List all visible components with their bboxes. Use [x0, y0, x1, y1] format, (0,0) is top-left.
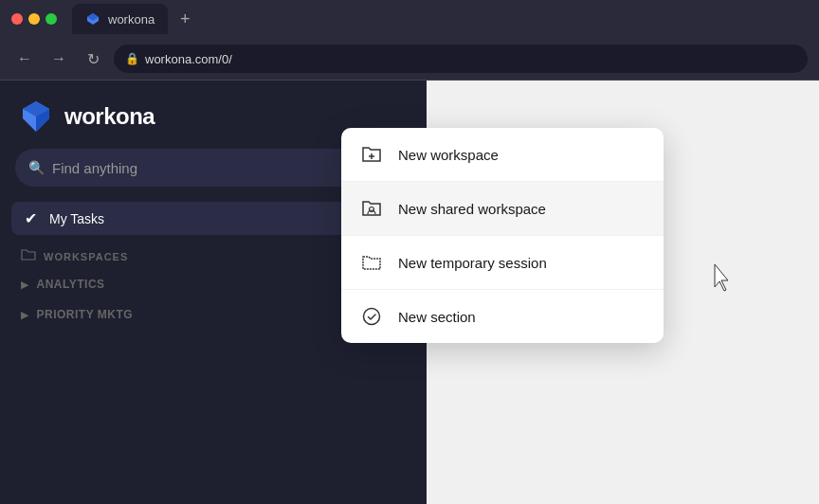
cursor [711, 262, 734, 297]
back-button[interactable]: ← [11, 45, 38, 72]
forward-button[interactable]: → [46, 45, 72, 72]
priority-mktg-label: PRIORITY MKTG [37, 308, 134, 321]
maximize-button[interactable] [46, 13, 57, 25]
close-button[interactable] [11, 13, 23, 25]
nav-item-label: My Tasks [49, 211, 104, 226]
menu-item-new-temporary-session[interactable]: New temporary session [341, 236, 664, 290]
traffic-lights [11, 13, 57, 25]
analytics-label: ANALYTICS [37, 278, 105, 291]
workona-logo-icon [19, 99, 53, 134]
circle-check-icon [360, 305, 383, 328]
folder-shared-icon [360, 197, 383, 220]
search-icon: 🔍 [28, 160, 45, 175]
svg-point-8 [364, 309, 380, 325]
app-title: workona [64, 103, 155, 130]
menu-item-new-workspace[interactable]: New workspace [341, 128, 664, 182]
new-shared-workspace-label: New shared workspace [398, 201, 546, 217]
check-circle-icon: ✔ [21, 209, 40, 227]
tab-bar: workona + [72, 4, 198, 34]
title-bar: workona + [0, 0, 819, 38]
address-bar[interactable]: 🔒 workona.com/0/ [114, 45, 808, 73]
chevron-right-icon: ▶ [21, 279, 29, 290]
folder-icon [21, 248, 36, 264]
new-temporary-session-label: New temporary session [398, 255, 547, 271]
new-workspace-label: New workspace [398, 147, 499, 163]
active-tab[interactable]: workona [72, 4, 168, 34]
nav-bar: ← → ↻ 🔒 workona.com/0/ [0, 38, 819, 80]
chevron-right-icon-2: ▶ [21, 310, 29, 320]
folder-outline-icon [360, 251, 383, 274]
address-text: workona.com/0/ [145, 52, 232, 66]
new-tab-button[interactable]: + [172, 6, 198, 32]
search-bar[interactable]: 🔍 Find anything [15, 149, 368, 187]
search-placeholder-text: Find anything [52, 160, 137, 176]
tab-favicon [85, 11, 100, 27]
tab-label: workona [108, 12, 155, 27]
new-section-label: New section [398, 309, 476, 325]
minimize-button[interactable] [28, 13, 40, 25]
menu-item-new-shared-workspace[interactable]: New shared workspace [341, 182, 664, 236]
lock-icon: 🔒 [125, 52, 139, 65]
dropdown-menu: New workspace New shared workspace [341, 128, 664, 343]
refresh-button[interactable]: ↻ [80, 45, 106, 72]
right-area: New workspace New shared workspace [427, 81, 819, 504]
folder-plus-icon [360, 143, 383, 166]
browser-chrome: workona + ← → ↻ 🔒 workona.com/0/ [0, 0, 819, 81]
menu-item-new-section[interactable]: New section [341, 290, 664, 343]
app-layout: workona 🔍 Find anything + ✔ My Tasks [0, 81, 819, 504]
workspaces-label: WORKSPACES [44, 251, 128, 262]
